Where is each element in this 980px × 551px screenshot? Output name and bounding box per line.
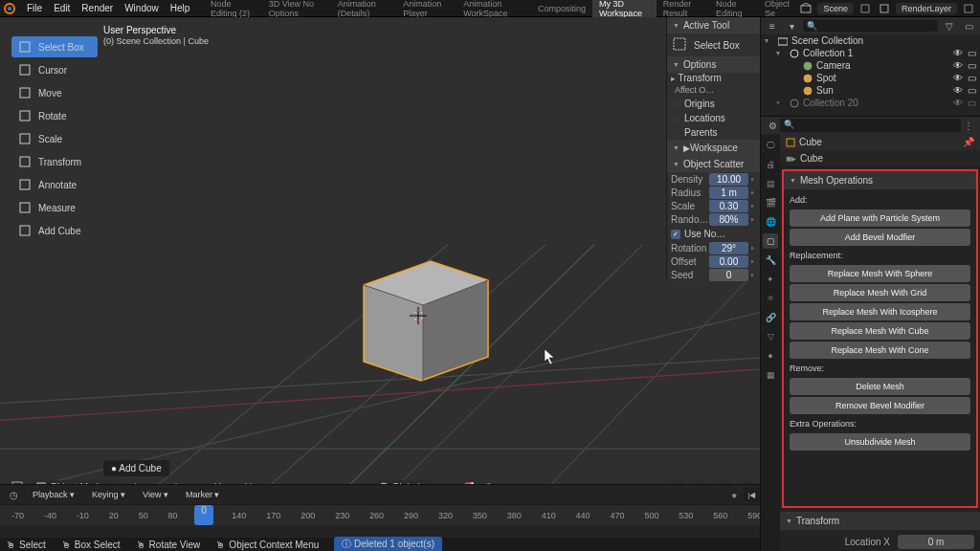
workspace-tab[interactable]: 3D View No Options (262, 0, 331, 18)
props-type-icon[interactable]: ⚙ (765, 118, 780, 133)
workspace-tab[interactable]: Animation Player (396, 0, 457, 18)
modifier-tab[interactable]: 🔧 (763, 253, 778, 268)
props-options-icon[interactable]: ⋮ (961, 118, 976, 133)
op-button[interactable]: Unsubdivide Mesh (790, 433, 970, 451)
outliner-type-icon[interactable]: ≡ (765, 18, 780, 33)
scatter-rando…[interactable]: Rando…80%• (671, 213, 756, 226)
workspace-header[interactable]: ▶ Workspace (667, 140, 760, 156)
menu-file[interactable]: File (21, 3, 48, 13)
eye-icon[interactable]: 👁 (953, 85, 963, 96)
constraints-tab[interactable]: 🔗 (763, 310, 778, 325)
op-button[interactable]: Delete Mesh (790, 378, 970, 395)
texture-tab[interactable]: ▦ (763, 367, 778, 383)
timeline-menu-playback[interactable]: Playback ▾ (27, 488, 80, 501)
new-layer-icon[interactable] (961, 1, 976, 16)
disable-icon[interactable]: ▭ (968, 98, 976, 108)
workspace-tab[interactable]: Animation (Details) (331, 0, 397, 18)
object-tab[interactable]: ▢ (763, 233, 778, 249)
op-button[interactable]: Replace Mesh With Cone (790, 342, 970, 359)
scatter-offset[interactable]: Offset0.00• (671, 255, 756, 268)
menu-window[interactable]: Window (119, 3, 165, 13)
op-button[interactable]: Remove Bevel Modifier (790, 397, 970, 414)
workspace-tab[interactable]: Node Editing (2) (204, 0, 262, 18)
outliner-item[interactable]: ▾ Collection 20 👁▭ (761, 97, 980, 109)
op-button[interactable]: Replace Mesh With Icosphere (790, 303, 970, 320)
output-tab[interactable]: 🖨 (763, 157, 778, 172)
outliner-scene-collection[interactable]: ▾ Scene Collection (761, 34, 980, 47)
viewlayer-tab[interactable]: ▤ (763, 176, 778, 191)
renderlayer-field[interactable]: RenderLayer (896, 3, 957, 14)
options-header[interactable]: Options (667, 56, 760, 73)
props-breadcrumb[interactable]: Cube📌 (780, 134, 980, 150)
particles-tab[interactable]: ✦ (763, 272, 778, 287)
affect-parents[interactable]: Parents (667, 125, 760, 140)
outliner-item[interactable]: Camera 👁▭ (761, 59, 980, 72)
timeline-type-icon[interactable]: ◷ (6, 487, 21, 502)
annotate-tool[interactable]: Annotate (11, 174, 98, 195)
disable-icon[interactable]: ▭ (968, 85, 976, 96)
outliner-item[interactable]: ▾ Collection 1 👁▭ (761, 47, 980, 59)
op-button[interactable]: Add Plane with Particle System (790, 209, 970, 227)
eye-icon[interactable]: 👁 (953, 48, 963, 58)
move-tool[interactable]: Move (11, 82, 98, 103)
object-scatter-header[interactable]: Object Scatter (667, 156, 760, 172)
outliner-search[interactable]: 🔍 (803, 20, 938, 32)
workspace-tab[interactable]: Animation WorkSpace (457, 0, 531, 18)
menu-edit[interactable]: Edit (48, 3, 76, 13)
jump-start-icon[interactable]: |◀ (744, 488, 759, 501)
cursor-tool[interactable]: Cursor (11, 59, 98, 80)
workspace-tab[interactable]: Object Se (758, 0, 798, 18)
location-x-field[interactable]: Location X0 m (780, 533, 980, 551)
material-tab[interactable]: ● (763, 348, 778, 364)
physics-tab[interactable]: ⚛ (763, 291, 778, 306)
props-breadcrumb-2[interactable]: ■▸Cube (780, 150, 980, 167)
mesh-operations-header[interactable]: Mesh Operations (784, 171, 976, 189)
active-tool-header[interactable]: Active Tool (667, 17, 760, 33)
add-cube-tool[interactable]: Add Cube (11, 220, 98, 241)
scale-tool[interactable]: Scale (11, 128, 98, 149)
workspace-tab[interactable]: Render Result (657, 0, 709, 18)
new-collection-icon[interactable]: ▭ (961, 18, 976, 33)
menu-render[interactable]: Render (76, 3, 119, 13)
timeline-menu-view[interactable]: View ▾ (137, 488, 174, 501)
playhead[interactable]: 0 (194, 505, 213, 525)
eye-icon[interactable]: 👁 (953, 98, 963, 108)
scatter-rotation[interactable]: Rotation29°• (671, 242, 756, 254)
scatter-radius[interactable]: Radius1 m• (671, 187, 756, 199)
affect-locations[interactable]: Locations (667, 111, 760, 125)
scene-field[interactable]: Scene (817, 3, 854, 14)
measure-tool[interactable]: Measure (11, 197, 98, 218)
op-button[interactable]: Add Bevel Modfier (790, 229, 970, 246)
display-mode-icon[interactable]: ▾ (784, 18, 799, 33)
use-normal-checkbox[interactable]: ✓Use No… (667, 227, 760, 241)
world-tab[interactable]: 🌐 (763, 214, 778, 230)
select-box-tool[interactable]: Select Box (11, 36, 98, 57)
props-search[interactable]: 🔍 (780, 119, 961, 132)
transform-tool[interactable]: Transform (11, 151, 98, 172)
affect-origins[interactable]: Origins (667, 97, 760, 111)
menu-help[interactable]: Help (165, 3, 196, 13)
workspace-tab[interactable]: Compositing (531, 4, 592, 13)
timeline-menu-keying[interactable]: Keying ▾ (86, 488, 131, 501)
autokey-icon[interactable]: ● (726, 487, 742, 502)
transform-panel-header[interactable]: Transform (780, 512, 980, 530)
scene-tab[interactable]: 🎬 (763, 195, 778, 210)
op-button[interactable]: Replace Mesh With Grid (790, 284, 970, 301)
data-tab[interactable]: ▽ (763, 329, 778, 344)
new-scene-icon[interactable] (858, 1, 873, 16)
op-button[interactable]: Replace Mesh With Sphere (790, 265, 970, 282)
outliner-item[interactable]: Sun 👁▭ (761, 84, 980, 97)
filter-icon[interactable]: ▽ (942, 18, 957, 33)
disable-icon[interactable]: ▭ (968, 48, 976, 58)
scatter-scale[interactable]: Scale0.30• (671, 200, 756, 212)
disable-icon[interactable]: ▭ (968, 73, 976, 83)
workspace-tab[interactable]: Node Editing (709, 0, 758, 18)
eye-icon[interactable]: 👁 (953, 60, 963, 71)
op-button[interactable]: Replace Mesh With Cube (790, 322, 970, 340)
3d-viewport[interactable]: User Perspective (0) Scene Collection | … (0, 17, 760, 551)
disable-icon[interactable]: ▭ (968, 60, 976, 71)
rotate-tool[interactable]: Rotate (11, 105, 98, 126)
render-tab[interactable]: 🖵 (763, 138, 778, 153)
scatter-density[interactable]: Density10.00• (671, 173, 756, 186)
scatter-seed[interactable]: Seed0• (671, 269, 756, 281)
